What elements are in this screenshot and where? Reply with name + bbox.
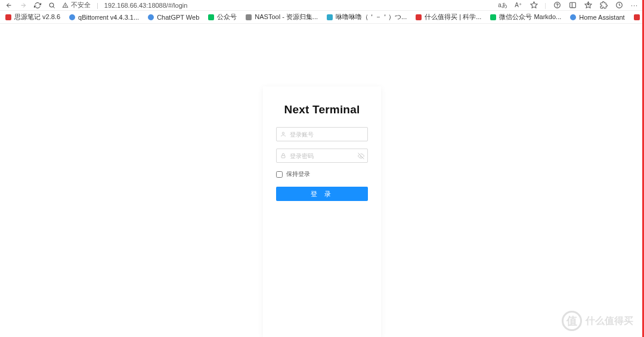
lock-icon <box>280 152 287 159</box>
bookmark-label: 什么值得买 | 科学... <box>425 13 481 21</box>
password-field-wrapper <box>276 149 368 163</box>
login-button[interactable]: 登 录 <box>276 187 368 201</box>
remember-label: 保持登录 <box>286 170 310 178</box>
font-size-icon[interactable]: A⁺ <box>513 1 523 10</box>
svg-point-10 <box>282 132 284 134</box>
bookmark-item[interactable]: NASTool - 资源归集... <box>245 13 318 21</box>
collections-icon[interactable] <box>583 1 593 10</box>
svg-marker-1 <box>531 2 537 8</box>
bookmark-label: 公众号 <box>217 13 237 21</box>
bookmark-label: 思源笔记 v2.8.6 <box>14 13 60 21</box>
bookmark-favicon <box>490 14 497 21</box>
eye-off-icon[interactable] <box>357 152 364 159</box>
security-label: 不安全 <box>71 1 91 10</box>
watermark-badge: 值 <box>562 311 582 331</box>
bookmark-favicon <box>415 14 422 21</box>
bookmark-item[interactable]: Home Assistant <box>569 14 624 21</box>
watermark-text: 什么值得买 <box>586 315 633 327</box>
refresh-button[interactable] <box>33 1 42 10</box>
more-icon[interactable]: ··· <box>630 1 639 10</box>
bookmark-favicon <box>569 14 577 21</box>
login-card: Next Terminal 保持登录 登 录 <box>263 86 381 337</box>
bookmark-favicon <box>326 14 333 21</box>
watermark: 值 什么值得买 <box>562 311 633 331</box>
bookmark-favicon <box>5 14 12 21</box>
bookmark-item[interactable]: 公众号 <box>208 13 237 21</box>
bookmark-label: 咻噜咻噜（＇－＇）つ... <box>336 13 407 21</box>
reader-mode-icon[interactable]: aあ <box>498 1 507 10</box>
bookmarks-bar: 思源笔记 v2.8.6qBittorrent v4.4.3.1...ChatGP… <box>0 11 644 24</box>
svg-point-0 <box>49 3 54 7</box>
bookmark-favicon <box>208 14 215 21</box>
password-input[interactable] <box>276 149 368 163</box>
username-input[interactable] <box>276 127 368 141</box>
bookmark-label: Home Assistant <box>579 14 624 21</box>
bookmark-item[interactable]: ChatGPT Web <box>147 14 199 21</box>
sidebar-icon[interactable] <box>568 1 577 10</box>
user-icon <box>280 131 287 138</box>
bookmark-label: ChatGPT Web <box>157 14 199 21</box>
page-content: Next Terminal 保持登录 登 录 <box>0 24 644 337</box>
username-field-wrapper <box>276 127 368 141</box>
bookmark-item[interactable]: qBittorrent v4.4.3.1... <box>69 14 139 21</box>
extensions-icon[interactable] <box>599 1 608 10</box>
bookmark-label: NASTool - 资源归集... <box>255 13 318 21</box>
forward-button[interactable] <box>19 1 27 10</box>
back-button[interactable] <box>5 1 13 10</box>
security-indicator[interactable]: 不安全 <box>62 1 91 10</box>
svg-rect-11 <box>281 156 285 158</box>
svg-rect-4 <box>569 2 575 8</box>
remember-me-row[interactable]: 保持登录 <box>276 170 368 178</box>
bookmark-item[interactable]: 什么值得买 | 科学... <box>415 13 481 21</box>
bookmark-label: qBittorrent v4.4.3.1... <box>78 14 139 21</box>
bookmark-item[interactable]: 咻噜咻噜（＇－＇）つ... <box>326 13 407 21</box>
url-text[interactable]: 192.168.66.43:18088/#/login <box>104 2 187 9</box>
favorite-star-icon[interactable] <box>529 1 538 10</box>
copilot-icon[interactable] <box>552 1 562 10</box>
bookmark-favicon <box>69 14 76 21</box>
login-title: Next Terminal <box>276 103 368 116</box>
search-icon[interactable] <box>48 1 56 10</box>
bookmark-item[interactable]: 微信公众号 Markdo... <box>490 13 561 21</box>
remember-checkbox[interactable] <box>276 171 283 178</box>
bookmark-item[interactable]: 思源笔记 v2.8.6 <box>5 13 60 21</box>
bookmark-label: 微信公众号 Markdo... <box>499 13 561 21</box>
performance-icon[interactable] <box>614 1 624 10</box>
svg-point-3 <box>557 7 558 7</box>
bookmark-favicon <box>245 14 252 21</box>
bookmark-favicon <box>633 14 640 21</box>
bookmark-favicon <box>147 14 154 21</box>
browser-address-bar: 不安全 | 192.168.66.43:18088/#/login aあ A⁺ … <box>0 0 644 11</box>
